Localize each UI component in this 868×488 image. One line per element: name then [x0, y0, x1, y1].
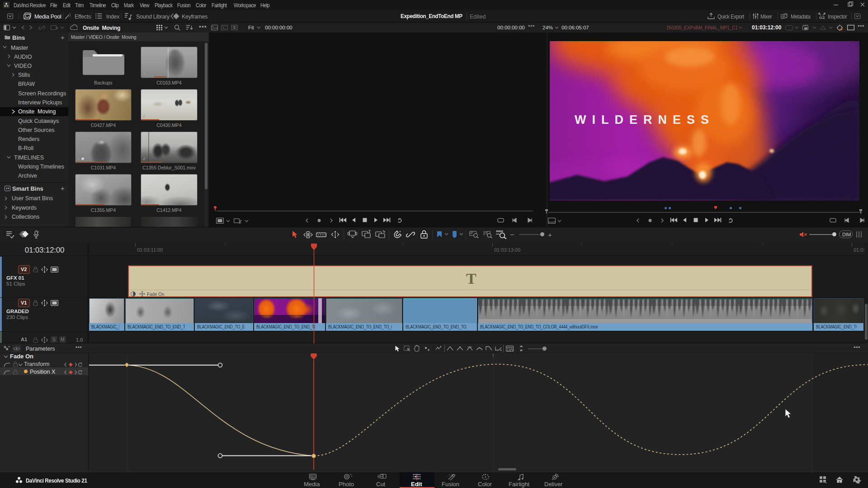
svg-text:PXY: PXY — [804, 28, 808, 30]
svg-text:5%: 5% — [311, 476, 314, 478]
svg-text:WILDERNESS: WILDERNESS — [575, 113, 715, 127]
